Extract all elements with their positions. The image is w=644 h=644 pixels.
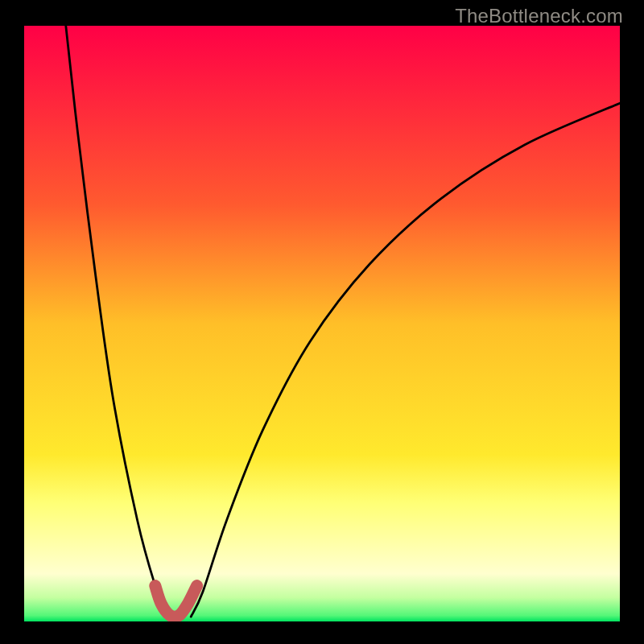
- bottleneck-curve-chart: [24, 26, 620, 621]
- chart-frame: [24, 26, 620, 621]
- watermark-text: TheBottleneck.com: [455, 5, 623, 27]
